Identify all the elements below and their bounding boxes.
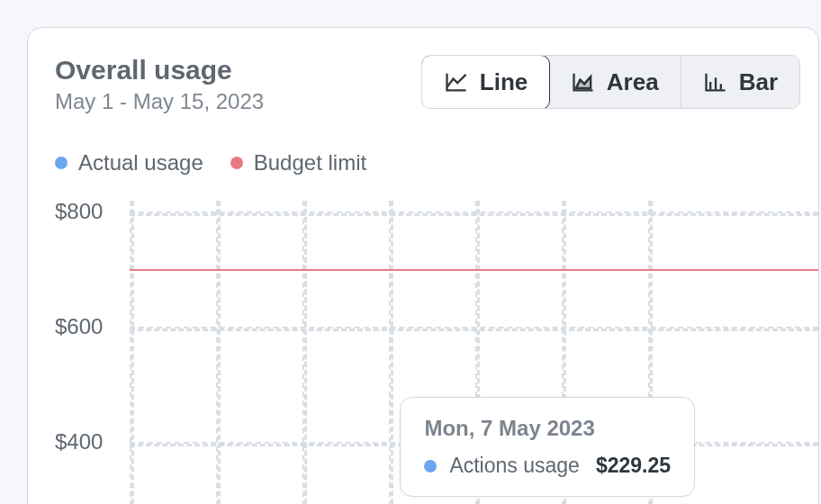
legend-dot-budget (230, 157, 243, 169)
chart-type-label: Line (480, 68, 528, 96)
y-axis: $800 $600 $400 (55, 201, 121, 504)
page-title: Overall usage (55, 55, 264, 86)
tooltip-dot-icon (424, 460, 437, 472)
tooltip-series-value: $229.25 (596, 454, 671, 478)
gridline-h (130, 327, 818, 331)
bar-chart-icon (703, 69, 728, 94)
y-tick: $400 (55, 431, 103, 504)
y-tick: $800 (55, 201, 103, 316)
legend-budget-limit: Budget limit (230, 150, 366, 176)
chart-type-area[interactable]: Area (549, 56, 681, 108)
chart-legend: Actual usage Budget limit (55, 150, 818, 176)
gridline-v (130, 201, 134, 504)
line-chart-icon (444, 69, 469, 94)
legend-label: Actual usage (78, 150, 203, 176)
gridline-v (389, 201, 393, 504)
gridline-v (216, 201, 221, 504)
budget-limit-line (130, 269, 818, 271)
legend-label: Budget limit (254, 150, 366, 176)
chart-type-label: Area (607, 68, 659, 96)
chart-plot-area[interactable]: Mon, 7 May 2023 Actions usage $229.25 (130, 201, 818, 504)
chart-type-label: Bar (739, 68, 778, 96)
chart-type-segmented-control: Line Area (421, 55, 800, 109)
chart-type-bar[interactable]: Bar (681, 56, 799, 108)
chart-tooltip: Mon, 7 May 2023 Actions usage $229.25 (400, 397, 695, 497)
date-range: May 1 - May 15, 2023 (55, 89, 264, 114)
gridline-h (130, 212, 818, 216)
area-chart-icon (571, 69, 596, 94)
gridline-v (302, 201, 307, 504)
legend-dot-actual (55, 157, 68, 169)
legend-actual-usage: Actual usage (55, 150, 203, 176)
y-tick: $600 (55, 316, 103, 431)
tooltip-series-label: Actions usage (449, 454, 579, 478)
chart-type-line[interactable]: Line (421, 55, 550, 109)
tooltip-date: Mon, 7 May 2023 (424, 416, 671, 441)
usage-card: Overall usage May 1 - May 15, 2023 Line (27, 27, 819, 504)
